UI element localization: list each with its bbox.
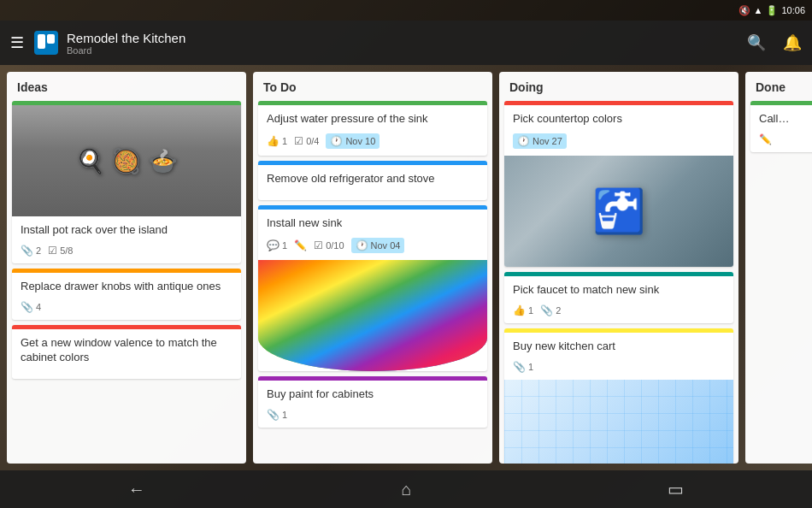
card-valence[interactable]: Get a new window valence to match the ca… (12, 325, 241, 379)
clock-icon: 🕐 (356, 239, 368, 251)
card-sink-title: Install new sink (258, 210, 487, 234)
card-faucet-meta: 👍 1 📎 2 (504, 301, 733, 323)
attachment-count: 📎 1 (267, 409, 287, 421)
column-doing-header: Doing (499, 72, 738, 101)
due-date-badge: 🕐 Nov 10 (326, 133, 380, 149)
card-fridge-title: Remove old refrigerator and stove (258, 165, 487, 190)
card-sink-meta: 💬 1 ✏️ ☑ 0/10 🕐 Nov 04 (258, 234, 487, 260)
card-call-meta: ✏️ (750, 130, 812, 152)
wifi-icon: ▲ (754, 5, 763, 15)
column-ideas: Ideas Install pot rack over the island 📎… (7, 72, 246, 464)
column-todo: To Do Adjust water pressure of the sink … (253, 72, 492, 464)
clock-icon: 🕐 (330, 135, 343, 147)
card-cart-meta: 📎 1 (504, 357, 733, 380)
attachment-count: 📎 2 (21, 245, 41, 257)
card-cart-title: Buy new kitchen cart (504, 333, 733, 357)
paperclip-icon: 📎 (540, 304, 553, 316)
app-bar-right-icons: 🔍 🔔 (747, 33, 802, 52)
thumb-up-icon: 👍 (513, 304, 526, 316)
checklist-count: ☑ 5/8 (48, 245, 73, 257)
checklist-count: ☑ 0/10 (314, 239, 344, 251)
time-display: 10:06 (781, 5, 805, 15)
search-icon[interactable]: 🔍 (747, 33, 766, 52)
pencil-icon: ✏️ (294, 239, 307, 251)
card-fridge[interactable]: Remove old refrigerator and stove (258, 161, 487, 200)
status-bar: 🔇 ▲ 🔋 10:06 (0, 0, 812, 21)
comment-icon: 💬 (267, 239, 279, 251)
svg-rect-2 (47, 34, 55, 44)
card-water-title: Adjust water pressure of the sink (258, 105, 487, 130)
due-date-badge: 🕐 Nov 04 (351, 238, 405, 253)
app-title-section: Remodel the Kitchen Board (67, 31, 747, 56)
card-faucet-title: Pick faucet to match new sink (504, 276, 733, 301)
board-title: Remodel the Kitchen (67, 31, 747, 45)
card-pots[interactable]: Install pot rack over the island 📎 2 ☑ 5… (12, 101, 241, 263)
paperclip-icon: 📎 (267, 409, 279, 421)
card-pots-title: Install pot rack over the island (12, 216, 241, 241)
card-countertop-meta: 🕐 Nov 27 (504, 130, 733, 156)
like-count: 👍 1 (513, 304, 533, 316)
due-date-badge: 🕐 Nov 27 (513, 133, 567, 149)
card-fridge-meta (258, 190, 487, 200)
card-call-title: Call… (750, 105, 812, 130)
paperclip-icon: 📎 (21, 301, 33, 313)
status-icons: 🔇 ▲ 🔋 10:06 (738, 5, 805, 16)
card-drawer-meta: 📎 4 (12, 298, 241, 320)
card-paint-meta: 📎 1 (258, 405, 487, 428)
card-valence-title: Get a new window valence to match the ca… (12, 329, 241, 369)
trello-logo (34, 31, 58, 55)
pots-image (12, 105, 241, 216)
paperclip-icon: 📎 (21, 245, 33, 257)
clock-icon: 🕐 (517, 135, 530, 147)
recent-button[interactable]: ▭ (668, 479, 684, 499)
column-todo-cards: Adjust water pressure of the sink 👍 1 ☑ … (253, 101, 492, 464)
card-valence-meta (12, 369, 241, 379)
comment-count: 💬 1 (267, 239, 287, 251)
card-cart[interactable]: Buy new kitchen cart 📎 1 (504, 328, 733, 464)
card-water[interactable]: Adjust water pressure of the sink 👍 1 ☑ … (258, 101, 487, 156)
board-subtitle: Board (67, 45, 747, 56)
card-drawer[interactable]: Replace drawer knobs with antique ones 📎… (12, 269, 241, 320)
attachment-count: 📎 2 (540, 304, 561, 316)
notification-icon[interactable]: 🔔 (783, 33, 802, 52)
checklist-count: ☑ 0/4 (294, 135, 319, 147)
bottom-nav: ← ⌂ ▭ (0, 470, 812, 508)
attachment-count: 📎 4 (21, 301, 41, 313)
card-drawer-title: Replace drawer knobs with antique ones (12, 273, 241, 298)
checklist-icon: ☑ (48, 245, 57, 257)
card-countertop[interactable]: Pick countertop colors 🕐 Nov 27 (504, 101, 733, 267)
column-done-cards: Call… ✏️ (745, 101, 812, 464)
checklist-icon: ☑ (314, 239, 323, 251)
svg-rect-1 (38, 34, 45, 49)
color-fan-image (258, 260, 487, 371)
pencil-icon-item: ✏️ (294, 239, 307, 251)
card-new-sink[interactable]: Install new sink 💬 1 ✏️ ☑ 0/10 🕐 (258, 205, 487, 371)
blueprint-image (504, 380, 733, 464)
pencil-item: ✏️ (759, 133, 772, 145)
card-water-meta: 👍 1 ☑ 0/4 🕐 Nov 10 (258, 130, 487, 156)
card-paint[interactable]: Buy paint for cabinets 📎 1 (258, 376, 487, 428)
column-done-header: Done (745, 72, 812, 101)
pencil-icon: ✏️ (759, 133, 772, 145)
home-button[interactable]: ⌂ (401, 480, 411, 499)
like-count: 👍 1 (267, 135, 287, 147)
column-doing-cards: Pick countertop colors 🕐 Nov 27 Pick fau… (499, 101, 738, 464)
column-doing: Doing Pick countertop colors 🕐 Nov 27 Pi… (499, 72, 738, 464)
checklist-icon: ☑ (294, 135, 303, 147)
column-todo-header: To Do (253, 72, 492, 101)
menu-icon[interactable]: ☰ (10, 33, 24, 52)
column-done: Done Call… ✏️ (745, 72, 812, 464)
mute-icon: 🔇 (738, 5, 750, 16)
attachment-count: 📎 1 (513, 361, 533, 373)
thumb-up-icon: 👍 (267, 135, 279, 147)
column-ideas-header: Ideas (7, 72, 246, 101)
card-pots-meta: 📎 2 ☑ 5/8 (12, 241, 241, 263)
back-button[interactable]: ← (128, 480, 145, 499)
board-area: Ideas Install pot rack over the island 📎… (0, 65, 812, 470)
app-bar: ☰ Remodel the Kitchen Board 🔍 🔔 (0, 21, 812, 65)
card-countertop-title: Pick countertop colors (504, 105, 733, 130)
card-call[interactable]: Call… ✏️ (750, 101, 812, 152)
card-faucet[interactable]: Pick faucet to match new sink 👍 1 📎 2 (504, 272, 733, 323)
paperclip-icon: 📎 (513, 361, 526, 373)
card-paint-title: Buy paint for cabinets (258, 381, 487, 405)
